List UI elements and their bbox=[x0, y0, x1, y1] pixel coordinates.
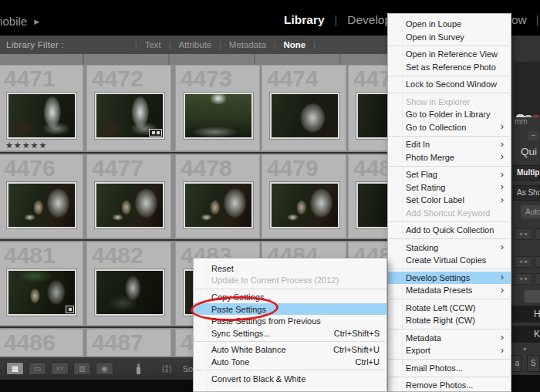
menu-separator bbox=[194, 341, 386, 342]
photo-index-number: 4481 bbox=[4, 242, 56, 269]
filter-option-none[interactable]: None bbox=[283, 40, 305, 49]
menu-item-label: Stacking bbox=[406, 243, 438, 252]
context-menu-item-lock-to-second-window[interactable]: Lock to Second Window bbox=[388, 78, 511, 91]
photo-cell-4479[interactable]: 4479 bbox=[262, 154, 346, 238]
menu-item-label: Show in Explorer bbox=[406, 97, 470, 106]
context-menu-item-edit-in[interactable]: Edit In› bbox=[388, 138, 511, 151]
histogram-panel bbox=[514, 62, 540, 117]
photo-cell-4481[interactable]: 4481 bbox=[0, 242, 83, 326]
context-menu-item-develop-settings[interactable]: Develop Settings› bbox=[388, 272, 511, 285]
context-menu-item-create-virtual-copies[interactable]: Create Virtual Copies bbox=[388, 254, 511, 267]
photo-thumbnail[interactable] bbox=[95, 93, 164, 139]
submenu-item-convert-to-black-white[interactable]: Convert to Black & White bbox=[194, 373, 386, 385]
submenu-arrow-icon: › bbox=[501, 242, 504, 252]
menu-item-label: Set as Reference Photo bbox=[406, 63, 496, 72]
painter-tool-button[interactable] bbox=[135, 362, 142, 375]
module-divider: | bbox=[536, 14, 539, 28]
photo-thumbnail[interactable] bbox=[270, 93, 339, 139]
filter-option-metadata[interactable]: Metadata bbox=[229, 40, 266, 49]
people-view-button[interactable]: ◉ bbox=[96, 362, 113, 375]
photo-cell-4471[interactable]: 4471★★★★★ bbox=[0, 65, 83, 151]
photo-image bbox=[185, 184, 251, 227]
white-balance-dropdown[interactable]: As Shot bbox=[513, 185, 540, 201]
context-menu-item-stacking[interactable]: Stacking› bbox=[388, 242, 511, 255]
context-menu-item-set-as-reference-photo[interactable]: Set as Reference Photo bbox=[388, 61, 511, 74]
context-menu-item-rotate-left-ccw[interactable]: Rotate Left (CCW) bbox=[388, 302, 511, 315]
decrement-large-button[interactable]: ◄◄ bbox=[514, 256, 532, 268]
photo-cell-4486[interactable]: 4486 bbox=[0, 329, 83, 357]
submenu-item-auto-tone[interactable]: Auto ToneCtrl+U bbox=[194, 356, 386, 368]
context-menu-item-remove-photos[interactable]: Remove Photos... bbox=[388, 379, 511, 392]
menu-item-label: Email Photos... bbox=[406, 363, 463, 373]
saved-preset-dropdown[interactable]: Multipl bbox=[513, 165, 540, 181]
context-menu-item-open-in-reference-view[interactable]: Open in Reference View bbox=[388, 48, 511, 61]
photo-cell-4472[interactable]: 4472 bbox=[86, 65, 171, 151]
survey-view-button[interactable]: ▥ bbox=[73, 362, 91, 375]
context-menu-item-set-flag[interactable]: Set Flag› bbox=[388, 168, 511, 181]
context-menu-item-set-color-label[interactable]: Set Color Label› bbox=[388, 194, 511, 207]
panel-header-fragment-h[interactable]: H bbox=[511, 306, 540, 323]
submenu-item-auto-white-balance[interactable]: Auto White BalanceCtrl+Shift+U bbox=[194, 344, 386, 357]
filter-option-text[interactable]: Text bbox=[145, 40, 161, 49]
photo-thumbnail[interactable] bbox=[184, 93, 253, 139]
photo-image bbox=[272, 184, 338, 227]
panel-header-fragment-k[interactable]: K bbox=[511, 326, 540, 343]
filter-option-attribute[interactable]: Attribute bbox=[178, 40, 211, 49]
photo-cell-4482[interactable]: 4482 bbox=[86, 242, 171, 326]
photo-cell-4473[interactable]: 4473 bbox=[175, 65, 260, 151]
context-menu-item-open-in-survey[interactable]: Open in Survey bbox=[388, 31, 511, 44]
context-menu-item-set-rating[interactable]: Set Rating› bbox=[388, 181, 511, 194]
panel-button-fragment[interactable] bbox=[525, 290, 540, 302]
star-rating[interactable]: ★★★★★ bbox=[5, 140, 47, 150]
photo-cell-4476[interactable]: 4476 bbox=[0, 154, 83, 238]
context-menu-item-go-to-collection[interactable]: Go to Collection› bbox=[388, 121, 511, 134]
context-menu-item-photo-merge[interactable]: Photo Merge› bbox=[388, 151, 511, 164]
submenu-item-sync-settings[interactable]: Sync Settings...Ctrl+Shift+S bbox=[194, 327, 386, 340]
decrement-large-button[interactable]: ◄◄ bbox=[514, 273, 532, 285]
identity-plate[interactable]: mobile ▶ bbox=[0, 15, 39, 28]
menu-item-label: Set Rating bbox=[406, 183, 445, 192]
auto-tone-button[interactable]: Auto bbox=[521, 205, 540, 218]
sync-metadata-button-fragment[interactable]: a bbox=[511, 355, 521, 372]
module-overflow[interactable]: ow | bbox=[511, 13, 538, 27]
submenu-item-reset[interactable]: Reset bbox=[194, 262, 386, 275]
panel-collapse-button[interactable]: – bbox=[528, 131, 539, 140]
identity-text: mobile bbox=[0, 15, 27, 28]
photo-thumbnail[interactable] bbox=[270, 182, 339, 228]
photo-index-number: 4482 bbox=[92, 242, 143, 269]
context-menu-item-email-photos[interactable]: Email Photos... bbox=[388, 362, 511, 375]
photo-thumbnail[interactable] bbox=[7, 182, 76, 228]
photo-thumbnail[interactable] bbox=[95, 269, 164, 316]
photo-cell-4478[interactable]: 4478 bbox=[175, 154, 260, 238]
decrement-large-button[interactable]: ◄◄ bbox=[514, 228, 532, 240]
photo-thumbnail[interactable] bbox=[7, 93, 76, 139]
decrement-small-button[interactable] bbox=[535, 228, 540, 240]
context-menu-item-add-to-quick-collection[interactable]: Add to Quick Collection bbox=[388, 224, 511, 237]
context-menu-item-open-in-loupe[interactable]: Open in Loupe bbox=[388, 18, 511, 31]
context-menu-item-metadata-presets[interactable]: Metadata Presets› bbox=[388, 284, 511, 297]
thumbnail-badge-icon[interactable] bbox=[66, 306, 74, 313]
photo-cell-4474[interactable]: 4474 bbox=[262, 65, 346, 151]
context-menu-item-metadata[interactable]: Metadata› bbox=[388, 332, 511, 345]
compare-view-button[interactable]: XY bbox=[51, 362, 69, 375]
context-menu-item-export[interactable]: Export› bbox=[388, 344, 511, 357]
photo-thumbnail[interactable] bbox=[7, 269, 76, 316]
context-menu-item-rotate-right-cw[interactable]: Rotate Right (CW) bbox=[388, 314, 511, 327]
decrement-small-button[interactable] bbox=[535, 273, 540, 285]
module-develop[interactable]: Develop bbox=[347, 13, 391, 27]
thumbnail-badge-icon[interactable] bbox=[149, 129, 162, 137]
grid-view-button[interactable]: ▦ bbox=[6, 362, 24, 375]
photo-cell-4477[interactable]: 4477 bbox=[86, 154, 171, 238]
menu-separator bbox=[389, 359, 510, 360]
sort-direction-button[interactable]: ( AZ ) bbox=[162, 364, 172, 373]
photo-thumbnail[interactable] bbox=[184, 182, 253, 228]
photo-thumbnail[interactable] bbox=[95, 182, 164, 228]
loupe-view-button[interactable]: ▭ bbox=[29, 362, 46, 375]
menu-item-label: Photo Merge bbox=[406, 153, 454, 162]
quick-develop-header[interactable]: Qui bbox=[521, 146, 537, 157]
context-menu-item-go-to-folder-in-library[interactable]: Go to Folder in Library bbox=[388, 108, 511, 121]
decrement-small-button[interactable] bbox=[535, 256, 540, 268]
sync-settings-button-fragment[interactable]: S bbox=[527, 355, 540, 372]
photo-cell-4487[interactable]: 4487 bbox=[86, 329, 171, 357]
module-library[interactable]: Library bbox=[284, 13, 325, 27]
